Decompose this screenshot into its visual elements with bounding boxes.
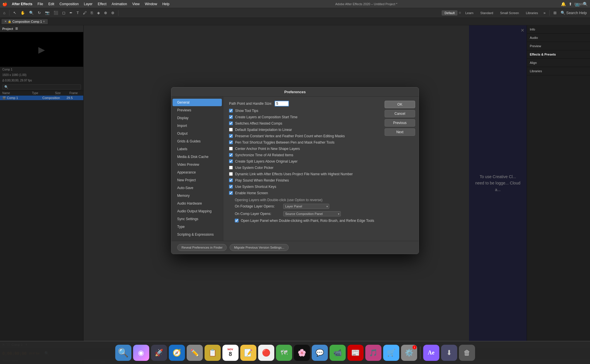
pref-nav-import[interactable]: Import: [173, 122, 222, 129]
reveal-finder-button[interactable]: Reveal Preferences in Finder: [177, 244, 227, 251]
pref-nav-display[interactable]: Display: [173, 114, 222, 122]
footage-layer-select[interactable]: Layer Panel Footage Panel: [283, 204, 329, 209]
pref-nav-video[interactable]: Video Preview: [173, 161, 222, 168]
preferences-dialog[interactable]: Preferences General Previews Display Imp…: [171, 87, 419, 254]
play-sound-cb[interactable]: [229, 178, 233, 182]
open-layer-panel-cb[interactable]: [235, 219, 239, 222]
pref-nav-general[interactable]: General: [173, 99, 222, 106]
menu-composition[interactable]: Composition: [57, 1, 81, 7]
dock-launchpad[interactable]: 🚀: [151, 345, 167, 361]
workspace-options[interactable]: ⚙: [459, 11, 461, 14]
dock-sysprefs[interactable]: ⚙️ 1: [401, 345, 417, 361]
default-spatial-cb[interactable]: [229, 128, 233, 132]
path-point-input[interactable]: [275, 101, 289, 106]
dock-safari[interactable]: 🧭: [169, 345, 185, 361]
right-audio[interactable]: Audio: [527, 35, 590, 41]
workspace-default[interactable]: Default: [442, 10, 457, 16]
right-align[interactable]: Align: [527, 60, 590, 66]
comp-layer-select[interactable]: Source Composition Panel Composition Pan…: [283, 211, 341, 216]
text-tool[interactable]: T: [75, 10, 80, 16]
preserve-constant-cb[interactable]: [229, 134, 233, 138]
right-info[interactable]: Info: [527, 26, 590, 32]
dock-music[interactable]: 🎵: [365, 345, 381, 361]
pref-nav-audio-output[interactable]: Audio Output Mapping: [173, 207, 222, 215]
pref-nav-media[interactable]: Media & Disk Cache: [173, 153, 222, 161]
menu-file[interactable]: File: [35, 1, 45, 7]
right-effects-presets[interactable]: Effects & Presets: [527, 52, 590, 57]
workspace-learn[interactable]: Learn: [462, 10, 476, 16]
pref-nav-audio-hw[interactable]: Audio Hardware: [173, 200, 222, 207]
dock-siri[interactable]: ◉: [133, 345, 149, 361]
dock-pencil[interactable]: ✏️: [187, 345, 203, 361]
workspace-standard[interactable]: Standard: [477, 10, 496, 16]
project-search-input[interactable]: [2, 84, 81, 89]
migrate-settings-button[interactable]: Migrate Previous Version Settings...: [230, 244, 288, 251]
show-tooltips-cb[interactable]: [229, 109, 233, 113]
pref-nav-new-project[interactable]: New Project: [173, 176, 222, 184]
dock-appstore[interactable]: 🛒: [383, 345, 399, 361]
right-preview[interactable]: Preview: [527, 43, 590, 49]
project-menu-icon[interactable]: ☰: [15, 27, 18, 30]
switches-affect-cb[interactable]: [229, 121, 233, 125]
dock-news[interactable]: 📰: [347, 345, 364, 361]
pref-nav-appearance[interactable]: Appearance: [173, 169, 222, 176]
pref-nav-output[interactable]: Output: [173, 130, 222, 137]
menu-layer[interactable]: Layer: [82, 1, 95, 7]
dock-photos[interactable]: 🌸: [294, 345, 310, 361]
workspace-libraries[interactable]: Libraries: [523, 10, 541, 16]
shape-tool[interactable]: ◻: [61, 10, 67, 16]
center-anchor-cb[interactable]: [229, 147, 233, 150]
search-help[interactable]: 🔍 Search Help: [559, 10, 588, 16]
dynamic-link-cb[interactable]: [229, 172, 233, 176]
roto-tool[interactable]: ⊕: [103, 10, 109, 16]
dock-ae[interactable]: Ae: [423, 345, 439, 361]
dock-reminders[interactable]: 🔴: [258, 345, 274, 361]
panel-menu[interactable]: ⊞: [552, 10, 558, 16]
tab-close[interactable]: ✕: [4, 20, 7, 23]
use-shortcut-cb[interactable]: [229, 185, 233, 188]
pref-nav-type[interactable]: Type: [173, 223, 222, 230]
clone-tool[interactable]: ⎘: [89, 10, 94, 16]
ok-button[interactable]: OK: [385, 101, 415, 108]
enable-home-cb[interactable]: [229, 191, 233, 195]
home-button[interactable]: ⌂: [2, 10, 7, 16]
zoom-tool[interactable]: 🔍: [28, 10, 35, 16]
pref-nav-previews[interactable]: Previews: [173, 106, 222, 114]
dock-maps[interactable]: 🗺: [276, 345, 292, 361]
menu-window[interactable]: Window: [143, 1, 160, 7]
select-tool[interactable]: ↖: [12, 10, 18, 16]
apple-menu[interactable]: 🍎: [2, 2, 7, 6]
dock-calendar[interactable]: NOV 8: [222, 345, 239, 361]
workspace-more[interactable]: »: [542, 10, 547, 16]
menu-edit[interactable]: Edit: [46, 1, 57, 7]
project-item-comp1[interactable]: 🎬 Comp 1 Composition 29.5: [0, 96, 83, 100]
pen-tool[interactable]: ✒: [68, 10, 74, 16]
hand-tool[interactable]: ✋: [19, 10, 27, 16]
menu-view[interactable]: View: [130, 1, 142, 7]
dock-downloads[interactable]: ⬇: [441, 345, 457, 361]
dock-notes[interactable]: 📋: [205, 345, 221, 361]
tab-menu[interactable]: ≡: [43, 20, 45, 23]
previous-button[interactable]: Previous: [385, 119, 415, 127]
right-libraries[interactable]: Libraries: [527, 68, 590, 74]
puppet-tool[interactable]: ⊛: [110, 10, 116, 16]
menu-after-effects[interactable]: After Effects: [10, 1, 35, 7]
next-button[interactable]: Next: [385, 128, 415, 136]
camera-tool[interactable]: 📷: [44, 10, 51, 16]
workspace-small[interactable]: Small Screen: [497, 10, 522, 16]
eraser-tool[interactable]: ◈: [96, 10, 101, 16]
pref-nav-grids[interactable]: Grids & Guides: [173, 138, 222, 145]
menu-animation[interactable]: Animation: [109, 1, 129, 7]
cc-close-icon[interactable]: ✕: [521, 28, 524, 33]
brush-tool[interactable]: 🖊: [82, 10, 88, 16]
create-layers-cb[interactable]: [229, 115, 233, 119]
rotate-tool[interactable]: ↻: [36, 10, 42, 16]
cancel-button[interactable]: Cancel: [385, 110, 415, 117]
pref-nav-scripting[interactable]: Scripting & Expressions: [173, 231, 222, 238]
sync-time-cb[interactable]: [229, 153, 233, 157]
dock-finder[interactable]: 🔍: [115, 345, 131, 361]
dock-facetime[interactable]: 📹: [330, 345, 346, 361]
pref-nav-memory[interactable]: Memory: [173, 192, 222, 199]
notification-icon[interactable]: 🔔: [561, 2, 566, 6]
pref-nav-labels[interactable]: Labels: [173, 145, 222, 153]
